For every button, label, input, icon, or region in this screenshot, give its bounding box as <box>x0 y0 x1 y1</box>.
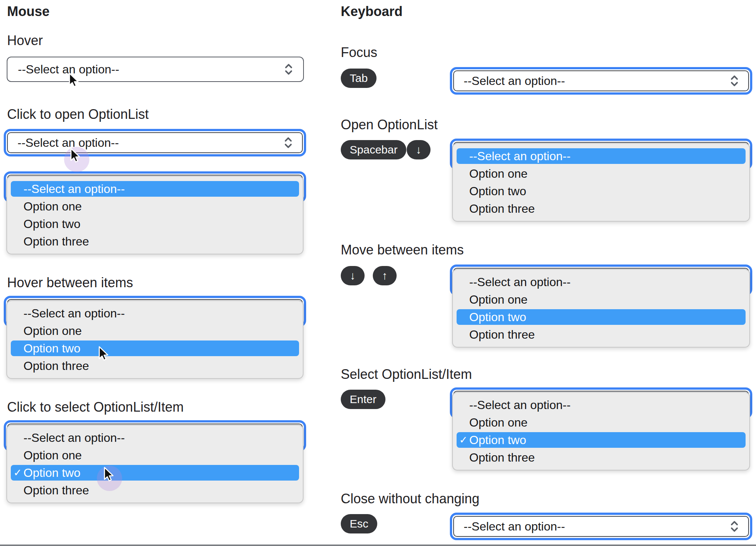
option-item-one[interactable]: Option one <box>11 447 299 463</box>
key-badge-arrow-up: ↑ <box>373 266 397 285</box>
select-placeholder-text: --Select an option-- <box>18 136 119 150</box>
chevron-updown-icon <box>730 75 739 87</box>
option-item-placeholder[interactable]: --Select an option-- <box>457 274 746 290</box>
cursor-icon <box>98 346 109 361</box>
key-badge-arrow-down: ↓ <box>341 266 365 285</box>
option-item-three[interactable]: Option three <box>457 450 746 465</box>
option-item-two[interactable]: Option two <box>457 183 746 199</box>
key-badge-spacebar: Spacebar <box>341 140 406 159</box>
option-item-two-selected[interactable]: ✓Option two <box>11 465 299 481</box>
close-section-label: Close without changing <box>341 491 479 507</box>
move-section-label: Move between items <box>341 242 464 258</box>
click-select-section-label: Click to select OptionList/Item <box>7 399 184 415</box>
option-list: --Select an option-- Option one ✓Option … <box>452 392 750 471</box>
select-focused[interactable]: --Select an option-- <box>450 513 752 540</box>
option-item-one[interactable]: Option one <box>11 199 299 214</box>
option-item-two-selected[interactable]: ✓Option two <box>457 432 746 448</box>
option-item-one[interactable]: Option one <box>457 292 746 307</box>
option-list: --Select an option-- Option one Option t… <box>6 300 304 379</box>
key-badge-tab: Tab <box>341 69 377 88</box>
select-focused[interactable]: --Select an option-- <box>450 67 752 95</box>
chevron-updown-icon <box>284 63 293 75</box>
hover-items-section-label: Hover between items <box>7 275 133 291</box>
option-item-placeholder[interactable]: --Select an option-- <box>11 305 299 321</box>
option-item-two[interactable]: Option two <box>11 216 299 232</box>
select-placeholder-text: --Select an option-- <box>464 74 565 88</box>
checkmark-icon: ✓ <box>459 434 468 446</box>
option-item-three[interactable]: Option three <box>11 234 299 249</box>
option-list: --Select an option-- Option one Option t… <box>452 269 750 348</box>
option-item-placeholder[interactable]: --Select an option-- <box>11 181 299 197</box>
checkmark-icon: ✓ <box>13 467 22 479</box>
option-item-placeholder[interactable]: --Select an option-- <box>457 397 746 413</box>
cursor-icon <box>68 72 80 88</box>
focus-section-label: Focus <box>341 45 377 60</box>
option-list: --Select an option-- Option one Option t… <box>6 176 304 254</box>
option-item-three[interactable]: Option three <box>11 482 299 498</box>
mouse-column-heading: Mouse <box>7 4 50 19</box>
hover-section-label: Hover <box>7 33 43 48</box>
key-badge-esc: Esc <box>341 514 377 533</box>
chevron-updown-icon <box>283 137 293 149</box>
bottom-divider <box>0 545 756 546</box>
cursor-icon <box>103 466 115 482</box>
option-item-three[interactable]: Option three <box>11 358 299 374</box>
keyboard-column-heading: Keyboard <box>341 4 403 19</box>
option-item-three[interactable]: Option three <box>457 327 746 342</box>
click-open-section-label: Click to open OptionList <box>7 107 149 122</box>
select-section-label: Select OptionList/Item <box>341 367 472 382</box>
option-list: --Select an option-- Option one ✓Option … <box>6 425 304 503</box>
cursor-icon <box>69 148 81 163</box>
select-hover[interactable]: --Select an option-- <box>7 57 304 82</box>
key-badge-enter: Enter <box>341 390 385 409</box>
option-item-placeholder[interactable]: --Select an option-- <box>11 430 299 446</box>
option-item-one[interactable]: Option one <box>11 323 299 339</box>
option-item-one[interactable]: Option one <box>457 415 746 430</box>
option-item-two-active[interactable]: Option two <box>457 309 746 325</box>
option-item-one[interactable]: Option one <box>457 166 746 181</box>
select-placeholder-text: --Select an option-- <box>464 520 565 533</box>
option-item-placeholder[interactable]: --Select an option-- <box>457 148 746 164</box>
option-item-three[interactable]: Option three <box>457 201 746 216</box>
option-list: --Select an option-- Option one Option t… <box>452 143 750 222</box>
select-click-open-focused[interactable]: --Select an option-- <box>4 129 306 156</box>
chevron-updown-icon <box>730 520 739 532</box>
option-item-two-hovered[interactable]: Option two <box>11 340 299 356</box>
key-badge-arrow-down: ↓ <box>407 140 431 159</box>
open-section-label: Open OptionList <box>341 117 438 133</box>
